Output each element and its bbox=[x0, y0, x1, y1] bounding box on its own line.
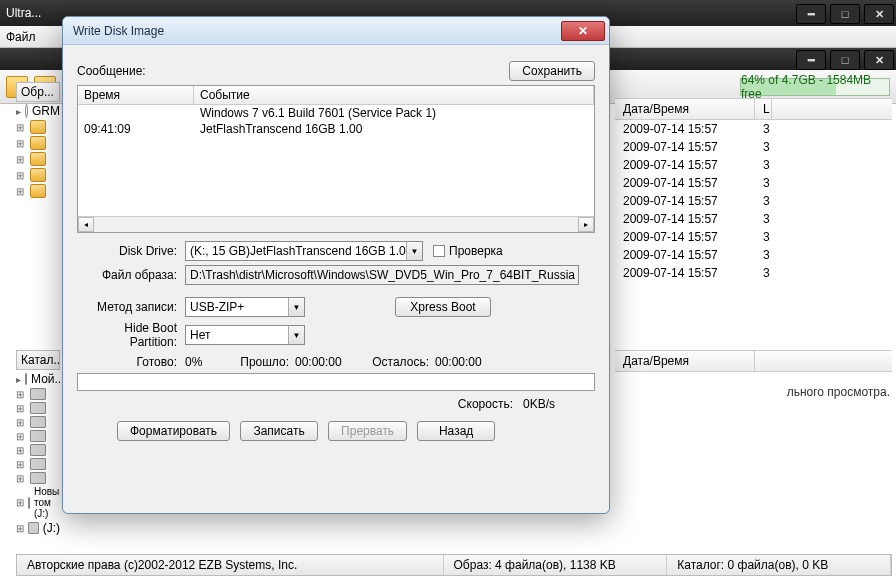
col-hdr-date-lower[interactable]: Дата/Время bbox=[615, 351, 755, 371]
drive-icon bbox=[30, 458, 46, 470]
table-row[interactable]: 2009-07-14 15:573 bbox=[615, 264, 892, 282]
value-speed: 0KB/s bbox=[523, 397, 555, 411]
cd-icon bbox=[25, 104, 28, 118]
folder-icon bbox=[30, 120, 46, 134]
table-row[interactable]: 2009-07-14 15:573 bbox=[615, 174, 892, 192]
label-write-method: Метод записи: bbox=[77, 300, 185, 314]
statusbar: Авторские права (c)2002-2012 EZB Systems… bbox=[16, 554, 892, 576]
scroll-left-button[interactable]: ◂ bbox=[78, 217, 94, 232]
chevron-down-icon: ▼ bbox=[288, 326, 304, 344]
table-row[interactable]: 2009-07-14 15:573 bbox=[615, 192, 892, 210]
secondary-max-button[interactable]: □ bbox=[830, 50, 860, 70]
label-verify: Проверка bbox=[449, 244, 503, 258]
col-hdr-l[interactable]: L bbox=[755, 99, 772, 119]
disk-drive-select[interactable]: (K:, 15 GB)JetFlashTranscend 16GB 1.00 ▼ bbox=[185, 241, 423, 261]
right-list: Дата/Время L 2009-07-14 15:5732009-07-14… bbox=[615, 98, 892, 552]
table-row[interactable]: 2009-07-14 15:573 bbox=[615, 228, 892, 246]
capacity-bar: 64% of 4.7GB - 1584MB free bbox=[740, 78, 890, 96]
xpress-boot-button[interactable]: Xpress Boot bbox=[395, 297, 491, 317]
drive-icon bbox=[30, 444, 46, 456]
progress-bar bbox=[77, 373, 595, 391]
table-row[interactable]: 2009-07-14 15:573 bbox=[615, 138, 892, 156]
capacity-text: 64% of 4.7GB - 1584MB free bbox=[741, 73, 889, 101]
drive-icon bbox=[30, 430, 46, 442]
parent-min-button[interactable]: ━ bbox=[796, 4, 826, 24]
col-hdr-date[interactable]: Дата/Время bbox=[615, 99, 755, 119]
tree-header-catalog: Катал... bbox=[16, 350, 60, 370]
value-done: 0% bbox=[185, 355, 235, 369]
computer-icon bbox=[25, 373, 27, 385]
right-lower-list: Дата/Время bbox=[615, 350, 892, 372]
secondary-close-button[interactable]: ✕ bbox=[864, 50, 894, 70]
tree-header-image: Обр... bbox=[16, 82, 60, 102]
label-image-file: Файл образа: bbox=[77, 268, 185, 282]
status-image: Образ: 4 файла(ов), 1138 KB bbox=[444, 555, 668, 575]
dialog-title: Write Disk Image bbox=[73, 24, 561, 38]
drive-icon bbox=[30, 472, 46, 484]
label-elapsed: Прошло: bbox=[235, 355, 295, 369]
save-button[interactable]: Сохранить bbox=[509, 61, 595, 81]
status-copyright: Авторские права (c)2002-2012 EZB Systems… bbox=[17, 555, 444, 575]
value-elapsed: 00:00:00 bbox=[295, 355, 365, 369]
status-catalog: Каталог: 0 файла(ов), 0 KB bbox=[667, 555, 891, 575]
dialog-titlebar[interactable]: Write Disk Image ✕ bbox=[63, 17, 609, 45]
label-message: Сообщение: bbox=[77, 64, 146, 78]
folder-icon bbox=[30, 136, 46, 150]
value-remain: 00:00:00 bbox=[435, 355, 482, 369]
drive-icon bbox=[28, 497, 30, 509]
msg-col-event[interactable]: Событие bbox=[194, 86, 594, 104]
msg-col-time[interactable]: Время bbox=[78, 86, 194, 104]
table-row[interactable]: 2009-07-14 15:573 bbox=[615, 156, 892, 174]
dialog-close-button[interactable]: ✕ bbox=[561, 21, 605, 41]
label-remain: Осталось: bbox=[365, 355, 435, 369]
scroll-right-button[interactable]: ▸ bbox=[578, 217, 594, 232]
table-row[interactable]: 2009-07-14 15:573 bbox=[615, 210, 892, 228]
menu-file[interactable]: Файл bbox=[6, 30, 36, 44]
table-row[interactable]: 2009-07-14 15:573 bbox=[615, 120, 892, 138]
chevron-down-icon: ▼ bbox=[288, 298, 304, 316]
write-method-select[interactable]: USB-ZIP+ ▼ bbox=[185, 297, 305, 317]
drive-icon bbox=[30, 402, 46, 414]
hide-boot-select[interactable]: Нет ▼ bbox=[185, 325, 305, 345]
folder-icon bbox=[30, 184, 46, 198]
label-speed: Скорость: bbox=[458, 397, 523, 411]
parent-max-button[interactable]: □ bbox=[830, 4, 860, 24]
drive-icon bbox=[30, 388, 46, 400]
drive-icon bbox=[30, 416, 46, 428]
scroll-track[interactable] bbox=[94, 217, 578, 232]
write-disk-image-dialog: Write Disk Image ✕ Сообщение: Сохранить … bbox=[62, 16, 610, 514]
chevron-down-icon: ▼ bbox=[406, 242, 422, 260]
image-file-field: D:\Trash\distr\Microsoft\Windows\SW_DVD5… bbox=[185, 265, 579, 285]
label-done: Готово: bbox=[77, 355, 185, 369]
format-button[interactable]: Форматировать bbox=[117, 421, 230, 441]
folder-icon bbox=[30, 152, 46, 166]
left-tree-pane: Обр... ▸GRM ⊞ ⊞ ⊞ ⊞ ⊞ Катал... ▸Мой... ⊞… bbox=[16, 82, 60, 552]
label-hide-boot: Hide Boot Partition: bbox=[77, 321, 185, 349]
verify-checkbox[interactable] bbox=[433, 245, 445, 257]
message-row: 09:41:09JetFlashTranscend 16GB 1.00 bbox=[78, 121, 594, 137]
write-button[interactable]: Записать bbox=[240, 421, 318, 441]
folder-icon bbox=[30, 168, 46, 182]
abort-button: Прервать bbox=[328, 421, 407, 441]
secondary-min-button[interactable]: ━ bbox=[796, 50, 826, 70]
parent-close-button[interactable]: ✕ bbox=[864, 4, 894, 24]
table-row[interactable]: 2009-07-14 15:573 bbox=[615, 246, 892, 264]
message-row: Windows 7 v6.1 Build 7601 (Service Pack … bbox=[78, 105, 594, 121]
back-button[interactable]: Назад bbox=[417, 421, 495, 441]
message-list: Время Событие Windows 7 v6.1 Build 7601 … bbox=[77, 85, 595, 233]
label-disk-drive: Disk Drive: bbox=[77, 244, 185, 258]
drive-icon bbox=[28, 522, 39, 534]
preview-hint: льного просмотра. bbox=[787, 385, 890, 399]
